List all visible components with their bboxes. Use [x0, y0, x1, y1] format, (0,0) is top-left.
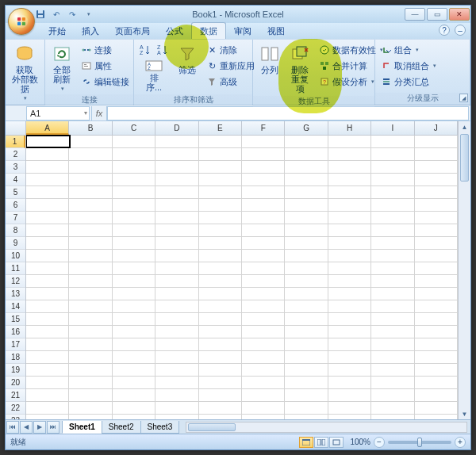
- cell[interactable]: [328, 377, 371, 389]
- cell[interactable]: [415, 402, 458, 415]
- filter-button[interactable]: 筛选: [174, 42, 201, 77]
- cell[interactable]: [415, 148, 458, 161]
- cell[interactable]: [242, 148, 285, 161]
- cell[interactable]: [155, 389, 198, 402]
- name-box[interactable]: A1: [26, 106, 90, 120]
- row-header[interactable]: 11: [6, 262, 25, 275]
- cell[interactable]: [26, 262, 69, 275]
- cell[interactable]: [285, 275, 328, 288]
- remove-duplicates-button[interactable]: 删除 重复项: [286, 42, 313, 96]
- cell[interactable]: [285, 326, 328, 338]
- cell[interactable]: [155, 377, 198, 389]
- cell[interactable]: [242, 136, 285, 148]
- cell[interactable]: [26, 275, 69, 288]
- cell[interactable]: [26, 174, 69, 186]
- cell[interactable]: [26, 402, 69, 415]
- column-header[interactable]: J: [415, 121, 458, 135]
- ribbon-tab-5[interactable]: 审阅: [226, 23, 259, 39]
- cell[interactable]: [155, 224, 198, 237]
- cell[interactable]: [242, 161, 285, 174]
- cell[interactable]: [113, 377, 155, 389]
- close-button[interactable]: ✕: [449, 8, 470, 21]
- cell[interactable]: [415, 389, 458, 402]
- ribbon-tab-3[interactable]: 公式: [158, 23, 191, 39]
- cell[interactable]: [328, 161, 371, 174]
- cell[interactable]: [113, 186, 155, 199]
- cell[interactable]: [285, 161, 328, 174]
- cell[interactable]: [285, 338, 328, 351]
- cell[interactable]: [69, 300, 112, 313]
- cell[interactable]: [371, 338, 414, 351]
- cell[interactable]: [155, 338, 198, 351]
- cell[interactable]: [371, 351, 414, 364]
- cell[interactable]: [113, 338, 155, 351]
- cell[interactable]: [328, 186, 371, 199]
- row-header[interactable]: 6: [6, 199, 25, 212]
- sheet-nav-next[interactable]: ▶: [33, 421, 46, 434]
- column-header[interactable]: E: [199, 121, 242, 135]
- cell[interactable]: [69, 174, 112, 186]
- cell[interactable]: [199, 262, 242, 275]
- cell[interactable]: [242, 275, 285, 288]
- cell[interactable]: [285, 402, 328, 415]
- fx-button[interactable]: fx: [91, 106, 107, 120]
- cell[interactable]: [69, 148, 112, 161]
- cell[interactable]: [26, 148, 69, 161]
- cell[interactable]: [242, 300, 285, 313]
- cell[interactable]: [415, 136, 458, 148]
- zoom-level[interactable]: 100%: [350, 438, 370, 446]
- cell[interactable]: [242, 415, 285, 419]
- cell[interactable]: [69, 262, 112, 275]
- cell[interactable]: [242, 288, 285, 300]
- row-header[interactable]: 1: [6, 136, 25, 148]
- row-header[interactable]: 15: [6, 313, 25, 326]
- edit-links-button[interactable]: 编辑链接: [79, 74, 132, 90]
- cell[interactable]: [328, 237, 371, 250]
- properties-button[interactable]: 属性: [79, 58, 132, 74]
- cell[interactable]: [242, 237, 285, 250]
- cell[interactable]: [242, 326, 285, 338]
- cell[interactable]: [69, 313, 112, 326]
- cell[interactable]: [242, 338, 285, 351]
- cell[interactable]: [242, 250, 285, 262]
- cell[interactable]: [285, 377, 328, 389]
- cell[interactable]: [113, 288, 155, 300]
- zoom-in-button[interactable]: +: [455, 437, 466, 448]
- cell[interactable]: [415, 377, 458, 389]
- cell[interactable]: [199, 402, 242, 415]
- cell[interactable]: [371, 212, 414, 224]
- horizontal-scrollbar[interactable]: [186, 422, 467, 433]
- cell[interactable]: [69, 237, 112, 250]
- cell[interactable]: [371, 148, 414, 161]
- cell[interactable]: [69, 351, 112, 364]
- minimize-button[interactable]: —: [405, 8, 425, 21]
- cell[interactable]: [69, 415, 112, 419]
- ribbon-tab-0[interactable]: 开始: [40, 23, 74, 39]
- cell[interactable]: [113, 300, 155, 313]
- cell[interactable]: [328, 136, 371, 148]
- sheet-tab[interactable]: Sheet3: [140, 421, 180, 434]
- cell[interactable]: [199, 313, 242, 326]
- column-header[interactable]: B: [69, 121, 112, 135]
- cell[interactable]: [155, 326, 198, 338]
- cell[interactable]: [69, 338, 112, 351]
- cell[interactable]: [69, 224, 112, 237]
- select-all-corner[interactable]: [6, 121, 25, 136]
- row-header[interactable]: 18: [6, 351, 25, 364]
- row-header[interactable]: 3: [6, 161, 25, 174]
- cell[interactable]: [242, 262, 285, 275]
- cell[interactable]: [26, 186, 69, 199]
- cell[interactable]: [371, 389, 414, 402]
- formula-input[interactable]: [107, 106, 469, 120]
- cell[interactable]: [328, 351, 371, 364]
- cell[interactable]: [328, 262, 371, 275]
- cell[interactable]: [285, 224, 328, 237]
- cell[interactable]: [69, 288, 112, 300]
- minimize-ribbon-button[interactable]: –: [455, 25, 466, 36]
- cell[interactable]: [26, 389, 69, 402]
- ribbon-tab-4[interactable]: 数据: [191, 22, 226, 39]
- row-header[interactable]: 21: [6, 389, 25, 402]
- row-header[interactable]: 7: [6, 212, 25, 224]
- cell[interactable]: [328, 415, 371, 419]
- cell[interactable]: [285, 364, 328, 377]
